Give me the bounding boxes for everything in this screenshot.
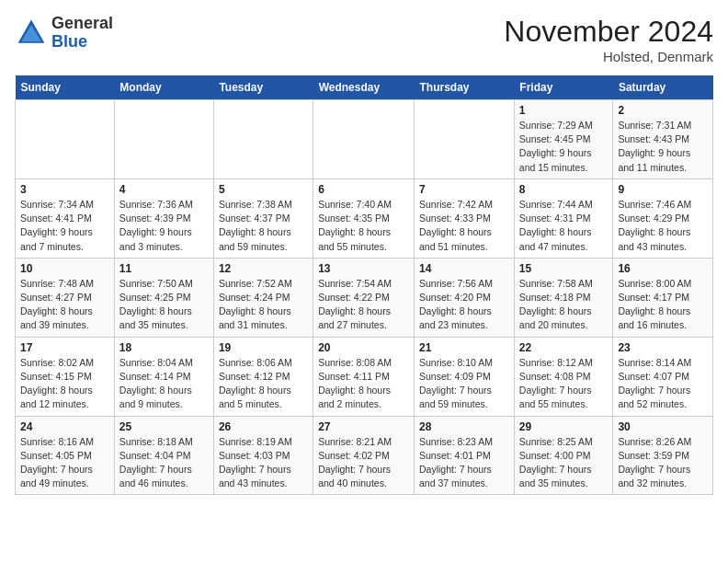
calendar-cell	[213, 100, 313, 179]
day-number: 12	[219, 262, 308, 275]
day-info: Sunrise: 8:21 AM Sunset: 4:02 PM Dayligh…	[318, 435, 409, 491]
title-area: November 2024 Holsted, Denmark	[504, 15, 713, 64]
calendar-table: SundayMondayTuesdayWednesdayThursdayFrid…	[15, 75, 713, 495]
weekday-header-thursday: Thursday	[415, 75, 515, 100]
day-info: Sunrise: 7:48 AM Sunset: 4:27 PM Dayligh…	[20, 277, 109, 333]
day-info: Sunrise: 7:58 AM Sunset: 4:18 PM Dayligh…	[519, 277, 609, 333]
calendar-cell: 2Sunrise: 7:31 AM Sunset: 4:43 PM Daylig…	[613, 100, 713, 179]
calendar-cell: 12Sunrise: 7:52 AM Sunset: 4:24 PM Dayli…	[213, 258, 313, 337]
day-number: 19	[219, 341, 308, 354]
day-number: 27	[318, 420, 409, 433]
header: General Blue November 2024 Holsted, Denm…	[15, 15, 713, 64]
day-info: Sunrise: 7:52 AM Sunset: 4:24 PM Dayligh…	[219, 277, 308, 333]
calendar-cell: 28Sunrise: 8:23 AM Sunset: 4:01 PM Dayli…	[415, 416, 515, 495]
calendar-cell: 26Sunrise: 8:19 AM Sunset: 4:03 PM Dayli…	[213, 416, 313, 495]
day-info: Sunrise: 7:44 AM Sunset: 4:31 PM Dayligh…	[519, 198, 609, 254]
calendar-cell: 24Sunrise: 8:16 AM Sunset: 4:05 PM Dayli…	[16, 416, 115, 495]
day-number: 6	[318, 183, 409, 196]
day-number: 21	[419, 341, 509, 354]
day-number: 2	[618, 104, 708, 117]
calendar-cell: 23Sunrise: 8:14 AM Sunset: 4:07 PM Dayli…	[613, 337, 713, 416]
day-number: 4	[119, 183, 209, 196]
day-info: Sunrise: 7:36 AM Sunset: 4:39 PM Dayligh…	[119, 198, 209, 254]
calendar-cell: 4Sunrise: 7:36 AM Sunset: 4:39 PM Daylig…	[114, 178, 213, 258]
logo-text: General Blue	[51, 15, 113, 52]
day-info: Sunrise: 8:26 AM Sunset: 3:59 PM Dayligh…	[618, 435, 708, 491]
day-number: 11	[119, 262, 209, 275]
day-info: Sunrise: 8:16 AM Sunset: 4:05 PM Dayligh…	[20, 435, 109, 491]
calendar-cell	[114, 100, 213, 179]
calendar-cell: 16Sunrise: 8:00 AM Sunset: 4:17 PM Dayli…	[613, 258, 713, 337]
month-title: November 2024	[504, 15, 713, 49]
calendar-cell: 7Sunrise: 7:42 AM Sunset: 4:33 PM Daylig…	[415, 178, 515, 258]
day-info: Sunrise: 8:18 AM Sunset: 4:04 PM Dayligh…	[119, 435, 209, 491]
week-row-5: 24Sunrise: 8:16 AM Sunset: 4:05 PM Dayli…	[16, 416, 713, 495]
day-number: 23	[618, 341, 708, 354]
day-info: Sunrise: 7:56 AM Sunset: 4:20 PM Dayligh…	[419, 277, 509, 333]
week-row-2: 3Sunrise: 7:34 AM Sunset: 4:41 PM Daylig…	[16, 178, 713, 258]
calendar-cell: 18Sunrise: 8:04 AM Sunset: 4:14 PM Dayli…	[114, 337, 213, 416]
day-number: 9	[618, 183, 708, 196]
logo-blue: Blue	[51, 32, 87, 51]
day-number: 24	[20, 420, 109, 433]
day-number: 13	[318, 262, 409, 275]
day-number: 22	[519, 341, 609, 354]
day-info: Sunrise: 7:50 AM Sunset: 4:25 PM Dayligh…	[119, 277, 209, 333]
day-info: Sunrise: 8:19 AM Sunset: 4:03 PM Dayligh…	[219, 435, 308, 491]
calendar-cell: 15Sunrise: 7:58 AM Sunset: 4:18 PM Dayli…	[514, 258, 613, 337]
day-info: Sunrise: 7:29 AM Sunset: 4:45 PM Dayligh…	[519, 119, 609, 175]
calendar-cell: 29Sunrise: 8:25 AM Sunset: 4:00 PM Dayli…	[514, 416, 613, 495]
weekday-header-wednesday: Wednesday	[313, 75, 415, 100]
calendar-cell: 9Sunrise: 7:46 AM Sunset: 4:29 PM Daylig…	[613, 178, 713, 258]
calendar-cell: 17Sunrise: 8:02 AM Sunset: 4:15 PM Dayli…	[16, 337, 115, 416]
calendar-cell	[16, 100, 115, 179]
calendar-cell: 27Sunrise: 8:21 AM Sunset: 4:02 PM Dayli…	[313, 416, 415, 495]
day-number: 28	[419, 420, 509, 433]
day-info: Sunrise: 8:04 AM Sunset: 4:14 PM Dayligh…	[119, 356, 209, 412]
calendar-cell: 30Sunrise: 8:26 AM Sunset: 3:59 PM Dayli…	[613, 416, 713, 495]
calendar-cell: 19Sunrise: 8:06 AM Sunset: 4:12 PM Dayli…	[213, 337, 313, 416]
calendar-cell: 21Sunrise: 8:10 AM Sunset: 4:09 PM Dayli…	[415, 337, 515, 416]
day-number: 30	[618, 420, 708, 433]
calendar-cell: 1Sunrise: 7:29 AM Sunset: 4:45 PM Daylig…	[514, 100, 613, 179]
day-info: Sunrise: 7:38 AM Sunset: 4:37 PM Dayligh…	[219, 198, 308, 254]
day-info: Sunrise: 8:06 AM Sunset: 4:12 PM Dayligh…	[219, 356, 308, 412]
day-number: 17	[20, 341, 109, 354]
calendar-cell: 13Sunrise: 7:54 AM Sunset: 4:22 PM Dayli…	[313, 258, 415, 337]
day-info: Sunrise: 7:31 AM Sunset: 4:43 PM Dayligh…	[618, 119, 708, 175]
day-number: 18	[119, 341, 209, 354]
weekday-header-sunday: Sunday	[16, 75, 115, 100]
day-number: 7	[419, 183, 509, 196]
calendar-cell	[415, 100, 515, 179]
day-number: 29	[519, 420, 609, 433]
week-row-3: 10Sunrise: 7:48 AM Sunset: 4:27 PM Dayli…	[16, 258, 713, 337]
day-info: Sunrise: 8:08 AM Sunset: 4:11 PM Dayligh…	[318, 356, 409, 412]
calendar-cell: 11Sunrise: 7:50 AM Sunset: 4:25 PM Dayli…	[114, 258, 213, 337]
calendar-cell: 22Sunrise: 8:12 AM Sunset: 4:08 PM Dayli…	[514, 337, 613, 416]
day-info: Sunrise: 7:34 AM Sunset: 4:41 PM Dayligh…	[20, 198, 109, 254]
calendar-cell	[313, 100, 415, 179]
day-info: Sunrise: 8:23 AM Sunset: 4:01 PM Dayligh…	[419, 435, 509, 491]
day-info: Sunrise: 8:02 AM Sunset: 4:15 PM Dayligh…	[20, 356, 109, 412]
day-info: Sunrise: 7:40 AM Sunset: 4:35 PM Dayligh…	[318, 198, 409, 254]
day-info: Sunrise: 8:12 AM Sunset: 4:08 PM Dayligh…	[519, 356, 609, 412]
day-number: 5	[219, 183, 308, 196]
day-number: 14	[419, 262, 509, 275]
calendar-cell: 8Sunrise: 7:44 AM Sunset: 4:31 PM Daylig…	[514, 178, 613, 258]
logo-icon	[15, 17, 48, 50]
day-number: 26	[219, 420, 308, 433]
calendar-cell: 25Sunrise: 8:18 AM Sunset: 4:04 PM Dayli…	[114, 416, 213, 495]
day-number: 10	[20, 262, 109, 275]
day-info: Sunrise: 8:10 AM Sunset: 4:09 PM Dayligh…	[419, 356, 509, 412]
logo: General Blue	[15, 15, 113, 52]
calendar-cell: 3Sunrise: 7:34 AM Sunset: 4:41 PM Daylig…	[16, 178, 115, 258]
day-number: 16	[618, 262, 708, 275]
day-info: Sunrise: 7:42 AM Sunset: 4:33 PM Dayligh…	[419, 198, 509, 254]
weekday-header-row: SundayMondayTuesdayWednesdayThursdayFrid…	[16, 75, 713, 100]
weekday-header-saturday: Saturday	[613, 75, 713, 100]
day-info: Sunrise: 8:25 AM Sunset: 4:00 PM Dayligh…	[519, 435, 609, 491]
weekday-header-tuesday: Tuesday	[213, 75, 313, 100]
calendar-cell: 20Sunrise: 8:08 AM Sunset: 4:11 PM Dayli…	[313, 337, 415, 416]
week-row-1: 1Sunrise: 7:29 AM Sunset: 4:45 PM Daylig…	[16, 100, 713, 179]
day-number: 25	[119, 420, 209, 433]
